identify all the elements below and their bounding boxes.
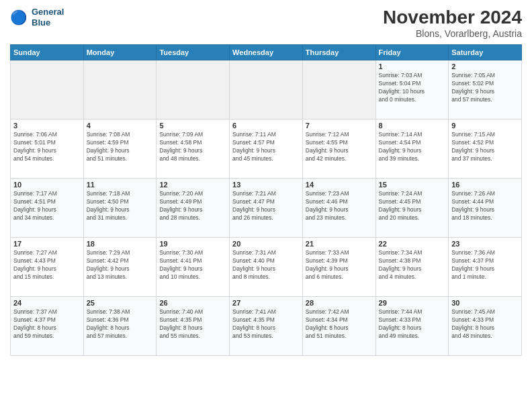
weekday-header: Monday	[83, 45, 157, 60]
calendar-body: 1Sunrise: 7:03 AM Sunset: 5:04 PM Daylig…	[11, 60, 522, 356]
calendar-cell: 9Sunrise: 7:15 AM Sunset: 4:52 PM Daylig…	[449, 120, 522, 179]
day-number: 25	[87, 299, 154, 307]
calendar-cell: 14Sunrise: 7:23 AM Sunset: 4:46 PM Dayli…	[302, 179, 375, 238]
day-info: Sunrise: 7:20 AM Sunset: 4:49 PM Dayligh…	[159, 190, 226, 222]
day-info: Sunrise: 7:09 AM Sunset: 4:58 PM Dayligh…	[159, 131, 226, 163]
location: Blons, Vorarlberg, Austria	[383, 28, 522, 39]
day-number: 10	[13, 181, 81, 189]
calendar-week-row: 17Sunrise: 7:27 AM Sunset: 4:43 PM Dayli…	[11, 238, 522, 297]
day-number: 11	[87, 181, 154, 189]
logo-text: General Blue	[32, 7, 64, 28]
logo: 🔵 General Blue	[10, 7, 64, 28]
day-number: 26	[159, 299, 226, 307]
day-info: Sunrise: 7:14 AM Sunset: 4:54 PM Dayligh…	[379, 131, 446, 163]
header: 🔵 General Blue November 2024 Blons, Vora…	[10, 7, 522, 39]
day-info: Sunrise: 7:40 AM Sunset: 4:35 PM Dayligh…	[159, 308, 226, 340]
day-info: Sunrise: 7:33 AM Sunset: 4:39 PM Dayligh…	[306, 249, 373, 281]
weekday-header: Wednesday	[230, 45, 303, 60]
day-info: Sunrise: 7:05 AM Sunset: 5:02 PM Dayligh…	[451, 72, 519, 104]
logo-icon: 🔵	[10, 8, 29, 27]
calendar-cell: 20Sunrise: 7:31 AM Sunset: 4:40 PM Dayli…	[230, 238, 303, 297]
day-info: Sunrise: 7:21 AM Sunset: 4:47 PM Dayligh…	[232, 190, 300, 222]
day-info: Sunrise: 7:44 AM Sunset: 4:33 PM Dayligh…	[379, 308, 446, 340]
month-title: November 2024	[383, 7, 522, 28]
day-number: 20	[232, 240, 300, 248]
day-info: Sunrise: 7:03 AM Sunset: 5:04 PM Dayligh…	[379, 72, 446, 104]
calendar-cell: 28Sunrise: 7:42 AM Sunset: 4:34 PM Dayli…	[302, 297, 375, 356]
day-number: 29	[379, 299, 446, 307]
day-number: 3	[13, 122, 81, 130]
calendar-cell: 25Sunrise: 7:38 AM Sunset: 4:36 PM Dayli…	[83, 297, 157, 356]
page-container: 🔵 General Blue November 2024 Blons, Vora…	[0, 0, 532, 359]
day-number: 15	[379, 181, 446, 189]
day-info: Sunrise: 7:24 AM Sunset: 4:45 PM Dayligh…	[379, 190, 446, 222]
day-info: Sunrise: 7:41 AM Sunset: 4:35 PM Dayligh…	[232, 308, 300, 340]
day-number: 22	[379, 240, 446, 248]
weekday-header: Saturday	[449, 45, 522, 60]
day-info: Sunrise: 7:18 AM Sunset: 4:50 PM Dayligh…	[87, 190, 154, 222]
weekday-header: Friday	[375, 45, 449, 60]
calendar-cell	[11, 60, 84, 120]
calendar-cell: 2Sunrise: 7:05 AM Sunset: 5:02 PM Daylig…	[449, 60, 522, 120]
day-number: 19	[159, 240, 226, 248]
day-number: 18	[87, 240, 154, 248]
day-info: Sunrise: 7:45 AM Sunset: 4:33 PM Dayligh…	[451, 308, 519, 340]
day-number: 13	[232, 181, 300, 189]
header-row: SundayMondayTuesdayWednesdayThursdayFrid…	[11, 45, 522, 60]
calendar-cell: 5Sunrise: 7:09 AM Sunset: 4:58 PM Daylig…	[157, 120, 230, 179]
calendar-cell: 4Sunrise: 7:08 AM Sunset: 4:59 PM Daylig…	[83, 120, 157, 179]
calendar-cell: 7Sunrise: 7:12 AM Sunset: 4:55 PM Daylig…	[302, 120, 375, 179]
calendar-cell: 3Sunrise: 7:06 AM Sunset: 5:01 PM Daylig…	[11, 120, 84, 179]
calendar-cell: 1Sunrise: 7:03 AM Sunset: 5:04 PM Daylig…	[375, 60, 449, 120]
day-number: 5	[159, 122, 226, 130]
calendar-cell: 26Sunrise: 7:40 AM Sunset: 4:35 PM Dayli…	[157, 297, 230, 356]
calendar-cell: 11Sunrise: 7:18 AM Sunset: 4:50 PM Dayli…	[83, 179, 157, 238]
day-number: 21	[306, 240, 373, 248]
calendar-cell	[157, 60, 230, 120]
day-number: 2	[451, 62, 519, 71]
calendar-cell	[302, 60, 375, 120]
day-number: 27	[232, 299, 300, 307]
svg-text:🔵: 🔵	[10, 8, 28, 26]
calendar-cell: 17Sunrise: 7:27 AM Sunset: 4:43 PM Dayli…	[11, 238, 84, 297]
calendar-cell: 24Sunrise: 7:37 AM Sunset: 4:37 PM Dayli…	[11, 297, 84, 356]
calendar-cell: 23Sunrise: 7:36 AM Sunset: 4:37 PM Dayli…	[449, 238, 522, 297]
calendar-cell: 16Sunrise: 7:26 AM Sunset: 4:44 PM Dayli…	[449, 179, 522, 238]
calendar-cell: 22Sunrise: 7:34 AM Sunset: 4:38 PM Dayli…	[375, 238, 449, 297]
day-info: Sunrise: 7:11 AM Sunset: 4:57 PM Dayligh…	[232, 131, 300, 163]
day-number: 28	[306, 299, 373, 307]
calendar-cell: 13Sunrise: 7:21 AM Sunset: 4:47 PM Dayli…	[230, 179, 303, 238]
day-number: 30	[451, 299, 519, 307]
calendar-week-row: 3Sunrise: 7:06 AM Sunset: 5:01 PM Daylig…	[11, 120, 522, 179]
day-number: 12	[159, 181, 226, 189]
weekday-header: Thursday	[302, 45, 375, 60]
calendar-cell: 30Sunrise: 7:45 AM Sunset: 4:33 PM Dayli…	[449, 297, 522, 356]
day-info: Sunrise: 7:23 AM Sunset: 4:46 PM Dayligh…	[306, 190, 373, 222]
calendar-cell: 21Sunrise: 7:33 AM Sunset: 4:39 PM Dayli…	[302, 238, 375, 297]
calendar-cell	[230, 60, 303, 120]
day-info: Sunrise: 7:12 AM Sunset: 4:55 PM Dayligh…	[306, 131, 373, 163]
day-number: 7	[306, 122, 373, 130]
day-number: 4	[87, 122, 154, 130]
calendar-cell	[83, 60, 157, 120]
day-number: 24	[13, 299, 81, 307]
day-number: 23	[451, 240, 519, 248]
calendar-cell: 12Sunrise: 7:20 AM Sunset: 4:49 PM Dayli…	[157, 179, 230, 238]
day-info: Sunrise: 7:30 AM Sunset: 4:41 PM Dayligh…	[159, 249, 226, 281]
title-block: November 2024 Blons, Vorarlberg, Austria	[383, 7, 522, 39]
day-number: 16	[451, 181, 519, 189]
weekday-header: Sunday	[11, 45, 84, 60]
weekday-header: Tuesday	[157, 45, 230, 60]
calendar-week-row: 24Sunrise: 7:37 AM Sunset: 4:37 PM Dayli…	[11, 297, 522, 356]
day-info: Sunrise: 7:15 AM Sunset: 4:52 PM Dayligh…	[451, 131, 519, 163]
calendar-cell: 27Sunrise: 7:41 AM Sunset: 4:35 PM Dayli…	[230, 297, 303, 356]
calendar-cell: 10Sunrise: 7:17 AM Sunset: 4:51 PM Dayli…	[11, 179, 84, 238]
day-info: Sunrise: 7:08 AM Sunset: 4:59 PM Dayligh…	[87, 131, 154, 163]
calendar-cell: 29Sunrise: 7:44 AM Sunset: 4:33 PM Dayli…	[375, 297, 449, 356]
day-info: Sunrise: 7:34 AM Sunset: 4:38 PM Dayligh…	[379, 249, 446, 281]
day-info: Sunrise: 7:37 AM Sunset: 4:37 PM Dayligh…	[13, 308, 81, 340]
calendar-table: SundayMondayTuesdayWednesdayThursdayFrid…	[10, 44, 522, 356]
calendar-cell: 18Sunrise: 7:29 AM Sunset: 4:42 PM Dayli…	[83, 238, 157, 297]
day-number: 8	[379, 122, 446, 130]
day-number: 1	[379, 62, 446, 71]
